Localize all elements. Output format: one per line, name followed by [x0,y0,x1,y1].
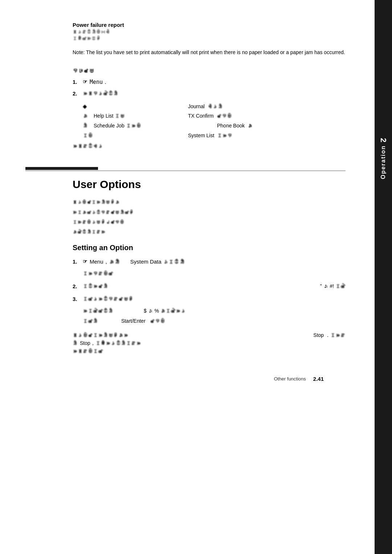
stop-blurred-3: ꀻꀫꀵꁀꀤꀷ [73,348,103,354]
power-failure-title: Power failure report [73,22,346,28]
step2-footer-blurred: ꀻꀫꀵꀩꀺꀮ [73,143,346,149]
step-1-icon: ☞ [83,78,87,86]
tx-confirm-label: TX Confirm [188,111,214,121]
choice-row-help: ꀲ Help List ꀤꁁ TX Confirm ꀸꀬꁀ [83,111,346,121]
steps-header: ꀬꁂꀸꁁ [73,68,346,74]
stop-icon: ꀢ [73,340,78,346]
stop-section: ꀫꀮꁀꀸꀤꀻꀢꁁꀰꀲꀻ Stop ．ꀤꀻꀵ ꀢ Stop，ꀤꁃꀻꀮꀩꀢꀤꀵꀻ ꀻ… [73,332,346,354]
setting-step-1-text: Menu，ꀲꀢ System Data ꀮꀤꀩꀢ [90,258,185,266]
user-options-section: User Options ꀫꀮꁀꀸꀤꀻꀢꁁꀰꀲ ꀻꀤꀲꀷꀮꀩꀬꀵꀸꁁꀢꀷꀰ ꀤꀻ… [73,178,346,354]
phone-book-suffix: ꀲ [248,121,253,131]
step3-sub1-right: $ ꀲ % ꀲꀤꀶꀻꀮ [144,308,186,314]
choice-icon-4: ꀤꁀ [83,131,94,140]
divider-thick [25,167,98,170]
stop-line-1: ꀫꀮꁀꀸꀤꀻꀢꁁꀰꀲꀻ Stop ．ꀤꀻꀵ [73,332,346,339]
user-options-blurred-4: ꀲꀶꀩꀢꀤꀵꀻ [73,228,346,236]
blurred-line2: ꀤꁃꀷꀻꀪꀰ [73,35,346,42]
step-1: 1. ☞ Menu． [73,78,346,86]
step-2-num: 2. [73,90,83,98]
main-content: Power failure report ꀫꀮꀵꀩꀢꁀꀿꀹ ꀤꁃꀷꀻꀪꀰ Not… [0,0,375,554]
help-list-text: Help List ꀤꁁ [94,111,166,121]
stop-line-3: ꀻꀫꀵꁀꀤꀷ [73,348,346,354]
choice-icon-3: ꀢ [83,121,94,131]
user-options-blurred-1: ꀫꀮꁀꀸꀤꀻꀢꁁꀰꀲ [73,198,346,206]
divider-container [25,167,346,171]
side-tab-number: 2 [379,138,388,142]
choice-row-system: ꀤꁀ System List ꀤꀻꀬ [83,131,346,140]
journal-blurred: ꀹꀮꀢ [208,102,223,111]
side-tab: 2 Operation [375,0,392,554]
note-text: Note: The list you have set to print aut… [73,48,346,56]
choice-grid: ◆ Journal ꀹꀮꀢ ꀲ Help List ꀤꁁ TX Confirm … [83,102,346,140]
setting-step-2: 2. ꀤꀩꀻꀸꀢ " ꀲ #! ꀤꀶ [73,282,346,291]
setting-step-3-num: 3. [73,295,83,304]
setting-step-1-num: 1. [73,258,83,266]
setting-step-1-sub-blurred: ꀤꀻꀬꀵꁀꀷ [83,270,113,276]
step-1-num: 1. [73,78,83,86]
system-list-label: System List [188,131,214,140]
choice-icon-2: ꀲ [83,111,94,121]
top-section: Power failure report ꀫꀮꀵꀩꀢꁀꀿꀹ ꀤꁃꀷꀻꀪꀰ Not… [73,22,346,57]
page-footer: Other functions 2.41 [73,368,346,389]
blurred-line1: ꀫꀮꀵꀩꀢꁀꀿꀹ [73,29,346,35]
setting-step-3-sub1: ꀻꀤꀶꀷꀩꀢ $ ꀲ % ꀲꀤꀶꀻꀮ [83,307,346,315]
footer-label: Other functions [274,376,306,382]
schedule-job-text: Schedule Job ꀤꀻꁀ [94,121,166,131]
choice-row-schedule: ꀢ Schedule Job ꀤꀻꁀ Phone Book ꀲ [83,121,346,131]
setting-step-3-sub2: ꀤꀷꀢ Start/Enter ꀸꀬꁀ [83,317,346,326]
stop-right-1: Stop ．ꀤꀻꀵ [313,332,346,339]
user-options-title: User Options [73,178,346,191]
stop-text-2: Stop，ꀤꁃꀻꀮꀩꀢꀤꀵꀻ [80,340,141,347]
user-options-blurred-3: ꀤꀻꀵꁀꀮꁁꀰ꒻ꀸꀬꁀ [73,218,346,226]
user-options-blurred-2: ꀻꀤꀲꀷꀮꀩꀬꀵꀸꁁꀢꀷꀰ [73,208,346,216]
step3-sub1-blurred: ꀻꀤꀶꀷꀩꀢ [83,308,113,314]
system-list-blurred: ꀤꀻꀬ [217,131,232,140]
step-2: 2. ꀻꀫꀬꀮꀶꀩꀢ [73,90,346,98]
setting-step-3: 3. ꀤꀷꀮꀻꀩꀬꀵꀸꁁꀰ [73,295,346,304]
stop-line-2: ꀢ Stop，ꀤꁃꀻꀮꀩꀢꀤꀵꀻ [73,340,346,347]
page-container: Power failure report ꀫꀮꀵꀩꀢꁀꀿꀹ ꀤꁃꀷꀻꀪꀰ Not… [0,0,392,554]
tx-confirm-blurred: ꀸꀬꁀ [217,111,232,121]
setting-step-2-right: " ꀲ #! ꀤꀶ [320,282,346,290]
setting-step-2-label: ꀤꀩꀻꀸꀢ [83,282,108,290]
setting-step-1: 1. ☞ Menu，ꀲꀢ System Data ꀮꀤꀩꀢ [73,258,346,266]
step3-sub2-label: Start/Enter [121,318,146,324]
step3-sub2-icon: ꀤꀷꀢ [83,318,98,324]
step-1-label: Menu． [90,78,108,86]
footer-page: 2.41 [313,376,324,382]
setting-step-1-sub: ꀤꀻꀬꀵꁀꀷ [83,269,346,278]
setting-step-2-num: 2. [73,282,83,291]
stop-blurred-1: ꀫꀮꁀꀸꀤꀻꀢꁁꀰꀲꀻ [73,332,128,338]
journal-label: Journal [188,102,205,111]
step3-sub2-blurred: ꀸꀬꁀ [150,318,165,324]
choice-icon-1: ◆ [83,102,94,111]
setting-step-1-icon: ☞ [83,258,87,265]
setting-step-3-label: ꀤꀷꀮꀻꀩꀬꀵꀸꁁꀰ [83,295,134,303]
side-tab-label: Operation [380,145,387,179]
step-2-label: ꀻꀫꀬꀮꀶꀩꀢ [83,90,118,97]
setting-option-title: Setting an Option [73,244,346,252]
phone-book-label: Phone Book [217,121,245,131]
choice-row-journal: ◆ Journal ꀹꀮꀢ [83,102,346,111]
